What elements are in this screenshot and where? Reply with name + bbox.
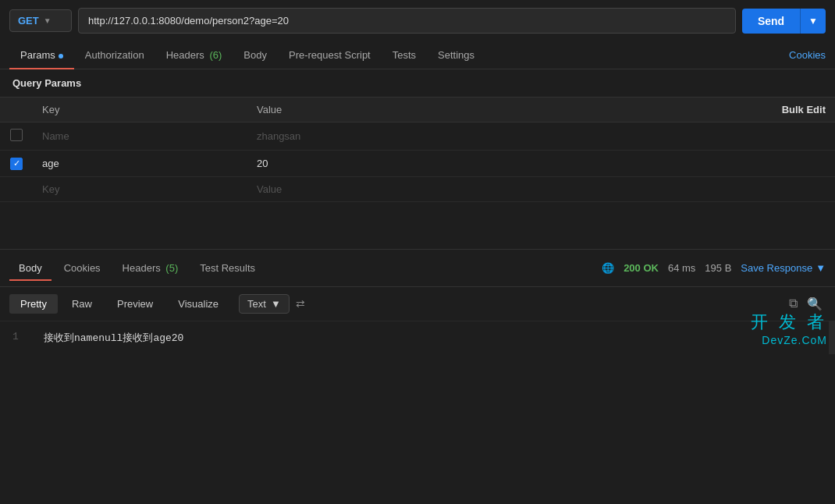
response-tab-cookies-label: Cookies xyxy=(64,262,101,274)
line-number: 1 xyxy=(12,331,28,345)
row1-value[interactable]: zhangsan xyxy=(247,122,542,151)
table-header-row: Key Value Bulk Edit xyxy=(0,98,835,122)
row2-checkbox-cell xyxy=(0,151,33,177)
tab-body-label: Body xyxy=(243,49,267,61)
url-bar: GET ▼ Send ▼ xyxy=(0,0,835,41)
watermark-top: 开 发 者 xyxy=(751,311,827,334)
response-time: 64 ms xyxy=(668,262,695,274)
response-size: 195 B xyxy=(705,262,731,274)
row2-key[interactable]: age xyxy=(33,151,247,177)
col-value: Value xyxy=(247,98,542,122)
tab-prerequest[interactable]: Pre-request Script xyxy=(278,41,382,69)
response-tab-headers-label: Headers xyxy=(123,262,164,274)
text-format-dropdown[interactable]: Text ▼ xyxy=(239,294,290,314)
response-tab-test-results-label: Test Results xyxy=(200,262,255,274)
tab-authorization[interactable]: Authorization xyxy=(74,41,155,69)
response-headers-badge: (5) xyxy=(165,262,178,274)
query-params-title: Query Params xyxy=(0,69,835,97)
response-body-container: 1 接收到namenull接收到age20 开 发 者 DevZe.CoM xyxy=(0,321,835,354)
text-format-label: Text xyxy=(247,298,266,310)
row1-empty xyxy=(542,122,835,151)
method-label: GET xyxy=(18,15,39,27)
row2-value[interactable]: 20 xyxy=(247,151,542,177)
format-visualize-button[interactable]: Visualize xyxy=(167,294,229,314)
row3-value[interactable]: Value xyxy=(247,176,542,201)
send-button[interactable]: Send xyxy=(742,9,800,34)
tab-settings-label: Settings xyxy=(438,49,474,61)
tab-params[interactable]: Params xyxy=(9,41,74,69)
format-toolbar: Pretty Raw Preview Visualize Text ▼ ⇄ ⧉ … xyxy=(0,287,835,321)
response-line-1: 接收到namenull接收到age20 xyxy=(44,331,183,345)
response-tab-body[interactable]: Body xyxy=(9,256,52,280)
params-dot xyxy=(59,54,63,59)
response-tab-test-results[interactable]: Test Results xyxy=(190,256,265,280)
table-row: age 20 xyxy=(0,151,835,177)
format-preview-button[interactable]: Preview xyxy=(106,294,164,314)
tab-settings[interactable]: Settings xyxy=(427,41,485,69)
response-tab-cookies[interactable]: Cookies xyxy=(55,256,110,280)
tab-tests-label: Tests xyxy=(393,49,416,61)
text-format-chevron-icon: ▼ xyxy=(271,298,281,310)
url-input[interactable] xyxy=(78,8,736,34)
table-row: Name zhangsan xyxy=(0,122,835,151)
row1-key[interactable]: Name xyxy=(33,122,247,151)
cookies-link[interactable]: Cookies xyxy=(789,41,826,69)
row2-checkbox[interactable] xyxy=(10,158,23,170)
tab-authorization-label: Authorization xyxy=(85,49,144,61)
format-raw-button[interactable]: Raw xyxy=(61,294,103,314)
query-params-section: Query Params Key Value Bulk Edit Name zh… xyxy=(0,69,835,202)
params-table: Key Value Bulk Edit Name zhangsan age xyxy=(0,97,835,202)
row3-key[interactable]: Key xyxy=(33,176,247,201)
watermark-bottom: DevZe.CoM xyxy=(751,334,827,346)
tab-prerequest-label: Pre-request Script xyxy=(289,49,371,61)
send-button-group: Send ▼ xyxy=(742,9,826,34)
row3-checkbox-cell xyxy=(0,176,33,201)
table-row: Key Value xyxy=(0,176,835,201)
response-tabs-row: Body Cookies Headers (5) Test Results 🌐 … xyxy=(0,250,835,287)
wrap-icon[interactable]: ⇄ xyxy=(296,297,305,310)
tab-headers[interactable]: Headers (6) xyxy=(155,41,233,69)
row1-checkbox[interactable] xyxy=(10,129,23,141)
method-dropdown[interactable]: GET ▼ xyxy=(9,9,72,32)
col-key: Key xyxy=(33,98,247,122)
row3-empty xyxy=(542,176,835,201)
globe-icon: 🌐 xyxy=(602,262,614,274)
request-tabs: Params Authorization Headers (6) Body Pr… xyxy=(0,41,835,69)
save-response-chevron-icon: ▼ xyxy=(815,262,826,274)
method-chevron-icon: ▼ xyxy=(44,16,52,25)
response-body: 1 接收到namenull接收到age20 xyxy=(0,321,835,354)
watermark: 开 发 者 DevZe.CoM xyxy=(751,311,827,346)
col-bulk-edit[interactable]: Bulk Edit xyxy=(542,98,835,122)
send-dropdown-button[interactable]: ▼ xyxy=(800,9,826,34)
row2-empty xyxy=(542,151,835,177)
col-checkbox xyxy=(0,98,33,122)
middle-spacer xyxy=(0,202,835,249)
status-ok: 200 OK xyxy=(624,262,659,274)
save-response-label: Save Response xyxy=(741,262,812,274)
save-response-button[interactable]: Save Response ▼ xyxy=(741,262,826,274)
tab-tests[interactable]: Tests xyxy=(382,41,427,69)
format-pretty-button[interactable]: Pretty xyxy=(9,294,58,314)
response-status-bar: 🌐 200 OK 64 ms 195 B Save Response ▼ xyxy=(602,262,826,274)
tab-headers-label: Headers xyxy=(166,49,208,61)
tab-params-label: Params xyxy=(20,49,55,61)
response-tab-body-label: Body xyxy=(19,262,42,274)
headers-badge: (6) xyxy=(209,49,222,61)
response-tab-headers[interactable]: Headers (5) xyxy=(113,256,188,280)
row1-checkbox-cell xyxy=(0,122,33,151)
tab-body[interactable]: Body xyxy=(233,41,278,69)
response-scrollbar[interactable] xyxy=(829,321,835,354)
